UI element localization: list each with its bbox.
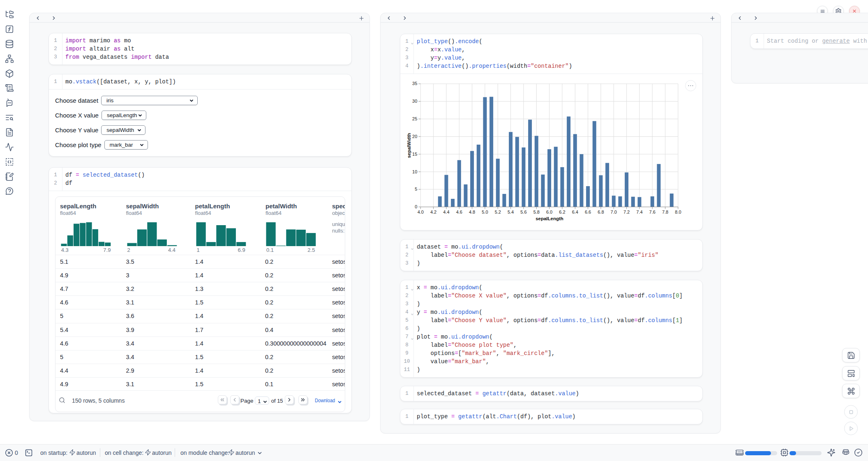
svg-text:7.0: 7.0: [611, 210, 617, 214]
svg-text:25: 25: [412, 116, 417, 121]
svg-text:4.8: 4.8: [469, 210, 475, 214]
svg-text:30: 30: [412, 99, 417, 104]
svg-text:6.2: 6.2: [559, 210, 565, 214]
svg-text:6.8: 6.8: [598, 210, 604, 214]
svg-text:6.0: 6.0: [546, 210, 552, 214]
svg-text:10: 10: [412, 169, 417, 174]
svg-text:20: 20: [412, 134, 417, 139]
svg-text:4.0: 4.0: [418, 210, 424, 214]
svg-text:7.2: 7.2: [623, 210, 630, 214]
svg-text:4.4: 4.4: [443, 210, 449, 214]
svg-text:7.4: 7.4: [636, 210, 642, 214]
svg-text:5.6: 5.6: [520, 210, 526, 214]
svg-text:7.8: 7.8: [662, 210, 668, 214]
svg-text:sepalWidth: sepalWidth: [406, 133, 411, 158]
svg-text:5: 5: [415, 187, 417, 191]
svg-text:5.8: 5.8: [533, 210, 540, 214]
svg-text:15: 15: [412, 152, 417, 157]
svg-text:5.4: 5.4: [508, 210, 514, 214]
svg-text:5.2: 5.2: [495, 210, 501, 214]
svg-text:4.2: 4.2: [430, 210, 436, 214]
svg-text:4.6: 4.6: [456, 210, 462, 214]
svg-text:35: 35: [412, 81, 417, 86]
svg-text:0: 0: [415, 204, 417, 209]
svg-text:8.0: 8.0: [675, 210, 681, 214]
svg-text:6.6: 6.6: [585, 210, 591, 214]
svg-text:5.0: 5.0: [482, 210, 488, 214]
svg-text:6.4: 6.4: [572, 210, 578, 214]
svg-text:7.6: 7.6: [649, 210, 656, 214]
svg-text:sepalLength: sepalLength: [536, 216, 563, 221]
